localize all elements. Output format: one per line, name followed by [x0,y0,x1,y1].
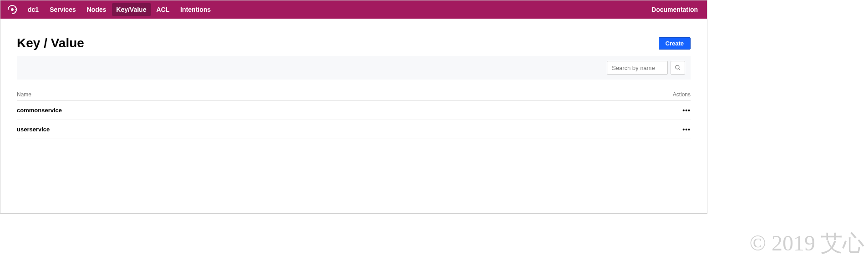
create-button[interactable]: Create [659,37,691,50]
nav-acl[interactable]: ACL [151,0,175,19]
svg-point-6 [16,10,17,11]
kv-key-name[interactable]: userservice [17,126,663,133]
kv-key-name[interactable]: commonservice [17,107,663,114]
svg-point-5 [16,8,17,9]
consul-logo-icon[interactable] [7,4,18,15]
search-bar [17,56,691,80]
navbar: dc1 Services Nodes Key/Value ACL Intenti… [0,0,707,19]
nav-nodes[interactable]: Nodes [81,0,112,19]
column-header-name: Name [17,91,663,98]
column-header-actions: Actions [663,91,691,98]
nav-services[interactable]: Services [44,0,81,19]
svg-line-8 [679,69,680,70]
watermark: © 2019 艾心 [750,229,864,255]
nav-documentation[interactable]: Documentation [646,0,703,19]
row-actions-menu[interactable]: ••• [663,126,691,133]
svg-point-3 [15,9,16,10]
row-actions-menu[interactable]: ••• [663,107,691,114]
table-header: Name Actions [17,89,691,101]
table-row: userservice ••• [17,120,691,139]
ellipsis-icon: ••• [682,126,691,133]
page-title: Key / Value [17,36,659,50]
nav-datacenter[interactable]: dc1 [22,0,44,19]
nav-intentions[interactable]: Intentions [175,0,216,19]
ellipsis-icon: ••• [682,107,691,114]
svg-point-4 [15,11,15,12]
search-input[interactable] [607,61,668,75]
svg-point-2 [15,7,15,8]
svg-point-1 [11,8,14,11]
search-icon [675,65,681,71]
svg-point-7 [676,65,679,69]
nav-keyvalue[interactable]: Key/Value [112,3,151,16]
search-button[interactable] [671,61,685,75]
table-row: commonservice ••• [17,101,691,120]
